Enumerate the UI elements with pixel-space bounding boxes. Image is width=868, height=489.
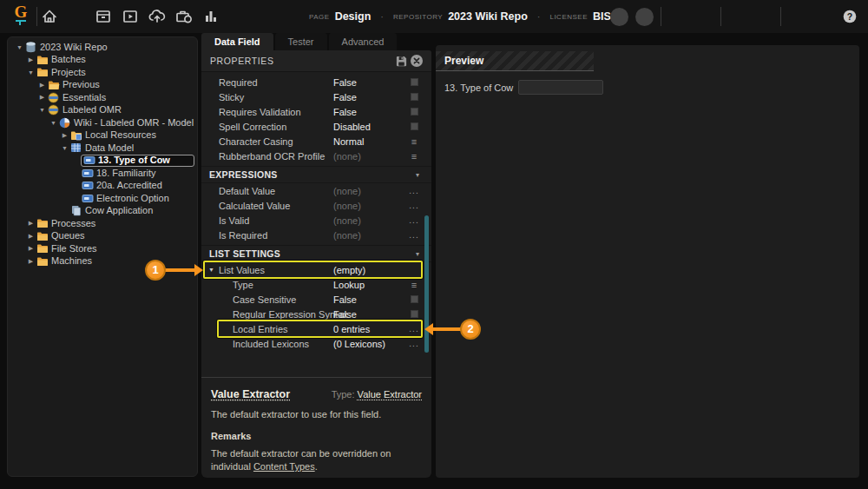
checkbox[interactable] [409, 107, 419, 117]
dropdown-menu-icon[interactable]: ≡ [409, 152, 419, 161]
property-row-sticky[interactable]: StickyFalse [201, 89, 431, 104]
property-value[interactable]: Disabled [333, 122, 371, 132]
property-row-regular-expression-syntax[interactable]: Regular Expression SyntaxFalse [201, 307, 431, 321]
property-value[interactable]: False [333, 309, 357, 320]
property-value[interactable]: (none) [333, 186, 361, 196]
tree-item-batches[interactable]: ▶Batches [8, 54, 197, 67]
tree-expander-icon[interactable]: ▶ [26, 233, 36, 240]
property-value[interactable]: 0 entries [333, 324, 370, 334]
batch-box-icon[interactable] [94, 7, 113, 26]
property-row-calculated-value[interactable]: Calculated Value(none)... [201, 198, 431, 213]
ellipsis-button[interactable]: ... [409, 339, 419, 348]
tree-item-20a-accredited[interactable]: 20a. Accredited [8, 180, 197, 193]
tree-item-local-resources[interactable]: ▶Local Resources [8, 129, 197, 142]
property-row-spell-correction[interactable]: Spell CorrectionDisabled [201, 119, 431, 134]
ellipsis-button[interactable]: ... [409, 201, 419, 210]
property-row-required[interactable]: RequiredFalse [201, 75, 431, 89]
property-value[interactable]: Normal [333, 136, 364, 147]
property-row-case-sensitive[interactable]: Case SensitiveFalse [201, 292, 431, 307]
tools-icon[interactable] [67, 7, 86, 26]
property-value[interactable]: (empty) [333, 265, 365, 275]
property-row-rubberband-ocr-profile[interactable]: Rubberband OCR Profile(none)≡ [201, 149, 431, 163]
checkbox[interactable] [409, 122, 419, 132]
page-value[interactable]: Design [335, 10, 372, 23]
preview-field-input[interactable] [518, 80, 603, 95]
tree-expander-icon[interactable]: ▶ [37, 82, 47, 89]
tree-item-file-stores[interactable]: ▶File Stores [8, 242, 197, 255]
save-icon[interactable] [393, 53, 409, 69]
tree-expander-icon[interactable]: ▶ [60, 132, 69, 139]
checkbox[interactable] [409, 77, 419, 88]
property-value[interactable]: (none) [333, 215, 361, 226]
property-value[interactable]: False [333, 92, 357, 102]
tree-item-2023-wiki-repo[interactable]: ▼2023 Wiki Repo [8, 41, 197, 54]
property-row-requires-validation[interactable]: Requires ValidationFalse [201, 104, 431, 119]
tab-data-field[interactable]: Data Field [201, 33, 273, 50]
ellipsis-button[interactable]: ... [409, 230, 419, 240]
property-value[interactable]: False [333, 294, 357, 305]
home-icon[interactable] [40, 7, 59, 26]
tab-advanced[interactable]: Advanced [329, 33, 398, 50]
chevron-down-icon[interactable]: ▼ [208, 267, 214, 273]
ellipsis-button[interactable]: ... [409, 215, 419, 225]
tree-item-projects[interactable]: ▼Projects [8, 66, 197, 79]
tree-item-labeled-omr[interactable]: ▼Labeled OMR [8, 104, 197, 117]
property-value[interactable]: Lookup [333, 280, 365, 290]
tree-expander-icon[interactable]: ▶ [26, 245, 36, 252]
tree-expander-icon[interactable]: ▼ [60, 145, 69, 151]
refresh-icon[interactable] [668, 7, 687, 26]
help-type-link[interactable]: Value Extractor [358, 389, 422, 400]
dropdown-menu-icon[interactable]: ≡ [409, 137, 419, 146]
close-circle-icon[interactable] [409, 53, 424, 69]
property-row-type[interactable]: TypeLookup≡ [201, 277, 431, 292]
tree-expander-icon[interactable]: ▶ [26, 56, 36, 63]
chevron-down-icon[interactable]: ▾ [416, 250, 419, 258]
property-value[interactable]: (none) [333, 201, 361, 211]
stats-icon[interactable] [201, 7, 220, 26]
tree-item-processes[interactable]: ▶Processes [8, 217, 197, 230]
tree-item-queues[interactable]: ▶Queues [8, 230, 197, 243]
tree-expander-icon[interactable]: ▼ [26, 69, 36, 76]
tree-item-data-model[interactable]: ▼Data Model [8, 142, 197, 155]
tree-item-previous[interactable]: ▶Previous [8, 79, 197, 92]
tree-item-wiki-labeled-omr-model[interactable]: ▼Wiki - Labeled OMR - Model [8, 116, 197, 129]
licensee-value[interactable]: BIS [593, 10, 611, 23]
property-value[interactable]: False [333, 107, 357, 117]
tree-item-18-familiarity[interactable]: 18. Familiarity [8, 167, 197, 180]
property-value[interactable]: (none) [333, 151, 361, 162]
tree-item-13-type-of-cow[interactable]: 13. Type of Cow [8, 155, 197, 168]
property-row-character-casing[interactable]: Character CasingNormal≡ [201, 134, 431, 149]
back-icon[interactable] [610, 8, 628, 26]
chevron-down-icon[interactable]: ▾ [416, 171, 419, 179]
property-row-is-valid[interactable]: Is Valid(none)... [201, 213, 431, 228]
checkbox[interactable] [409, 294, 419, 305]
property-value[interactable]: False [333, 77, 357, 88]
tree-expander-icon[interactable]: ▼ [15, 44, 24, 50]
ellipsis-button[interactable]: ... [409, 324, 419, 334]
grooper-logo-icon[interactable]: G [10, 3, 31, 25]
download-icon[interactable] [728, 7, 747, 26]
property-row-local-entries[interactable]: Local Entries0 entries... [201, 321, 431, 336]
help-icon[interactable]: ? [840, 7, 859, 26]
tab-tester[interactable]: Tester [275, 33, 327, 50]
upload-icon[interactable] [754, 7, 773, 26]
tree-selected-item[interactable]: 13. Type of Cow [81, 155, 194, 167]
property-value[interactable]: (0 Lexicons) [333, 339, 385, 349]
ellipsis-button[interactable]: ... [409, 186, 419, 195]
tree-expander-icon[interactable]: ▶ [26, 258, 36, 265]
content-types-link[interactable]: Content Types [253, 461, 315, 472]
tree-expander-icon[interactable]: ▶ [37, 94, 47, 101]
briefcase-clock-icon[interactable] [174, 7, 194, 26]
dropdown-menu-icon[interactable]: ≡ [409, 281, 419, 289]
checkbox[interactable] [409, 92, 419, 102]
tree-item-machines[interactable]: ▶Machines [8, 255, 197, 268]
tree-item-electronic-option[interactable]: Electronic Option [8, 192, 197, 205]
property-value[interactable]: (none) [333, 230, 361, 241]
user-icon[interactable] [814, 7, 833, 26]
database-icon[interactable] [788, 7, 807, 26]
property-row-is-required[interactable]: Is Required(none)... [201, 228, 431, 242]
repository-value[interactable]: 2023 Wiki Repo [448, 10, 528, 23]
tree-item-essentials[interactable]: ▶Essentials [8, 91, 197, 104]
tree-expander-icon[interactable]: ▶ [26, 220, 36, 227]
forward-icon[interactable] [635, 8, 654, 26]
